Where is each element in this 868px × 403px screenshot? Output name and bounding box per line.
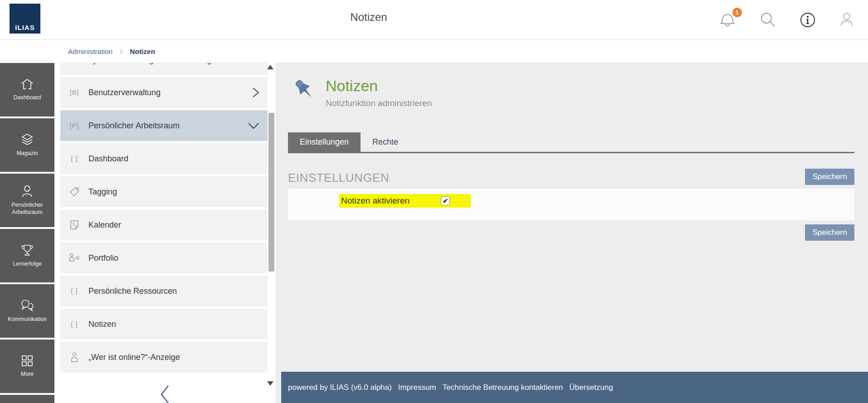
sidebar-item-persoenliche-ressourcen[interactable]: [ ] Persönliche Ressourcen bbox=[60, 276, 268, 306]
info-icon bbox=[800, 12, 815, 28]
sidebar-item-kalender[interactable]: 5 Kalender bbox=[60, 209, 268, 240]
save-button-bottom[interactable]: Speichern bbox=[805, 224, 854, 241]
user-icon bbox=[838, 11, 855, 29]
sidebar-item-persoenlicher-arbeitsraum[interactable]: [P] Persönlicher Arbeitsraum bbox=[60, 110, 268, 141]
rail-item-label: Lernerfolge bbox=[5, 261, 50, 268]
bracket-b-icon: [B] bbox=[67, 89, 82, 96]
notification-badge: 1 bbox=[732, 8, 742, 17]
page-title: Notizen bbox=[326, 77, 854, 95]
sidebar-item-label: Notizen bbox=[88, 320, 116, 329]
ilias-logo[interactable]: ILIAS bbox=[10, 4, 40, 34]
sidebar-item-label: Tagging bbox=[88, 187, 117, 197]
sidebar-item-label: Persönlicher Arbeitsraum bbox=[88, 121, 180, 131]
bracket-empty-icon: [ ] bbox=[67, 320, 82, 328]
powered-by-text: powered by ILIAS (v6.0 alpha) bbox=[288, 383, 392, 392]
breadcrumb-administration[interactable]: Administration bbox=[68, 48, 112, 56]
rail-item-kommunikation[interactable]: Kommunikation bbox=[0, 284, 54, 338]
top-header: ILIAS Notizen 1 bbox=[0, 0, 868, 40]
page-subtitle: Notizfunktion administrieren bbox=[326, 98, 854, 108]
footer-link-support[interactable]: Technische Betreuung kontaktieren bbox=[443, 383, 563, 392]
user-menu-button[interactable] bbox=[838, 11, 855, 29]
sidebar-item-label: Benutzerverwaltung bbox=[88, 88, 161, 97]
scrollbar-up-arrow[interactable] bbox=[267, 65, 273, 69]
sidebar-item-benutzerverwaltung[interactable]: [B] Benutzerverwaltung bbox=[60, 77, 268, 108]
bracket-empty-icon: [ ] bbox=[67, 155, 82, 162]
rail-item-more[interactable]: More bbox=[0, 340, 54, 393]
rail-item-label: Magazin bbox=[5, 150, 50, 157]
footer-link-uebersetzung[interactable]: Übersetzung bbox=[569, 383, 613, 392]
footer: powered by ILIAS (v6.0 alpha) Impressum … bbox=[281, 372, 868, 403]
ilias-logo-text: ILIAS bbox=[10, 24, 40, 31]
rail-item-persoenlicher-arbeitsraum[interactable]: Persönlicher Arbeitsraum bbox=[0, 174, 54, 227]
grid-icon bbox=[21, 355, 33, 367]
tag-icon bbox=[69, 186, 80, 197]
notes-enabled-checkbox[interactable]: ✔ bbox=[441, 196, 450, 205]
page-title-header: Notizen bbox=[350, 11, 387, 24]
layers-icon bbox=[21, 133, 34, 146]
sidebar-item-label: Persönliche Ressourcen bbox=[88, 286, 177, 296]
rail-filler bbox=[0, 395, 54, 403]
sidebar-item-dashboard[interactable]: [ ] Dashboard bbox=[60, 143, 268, 174]
rail-item-magazin[interactable]: Magazin bbox=[0, 118, 54, 172]
chat-icon bbox=[20, 299, 34, 312]
breadcrumb-separator-icon bbox=[118, 48, 124, 55]
help-button[interactable] bbox=[800, 12, 815, 28]
calendar-day-number: 5 bbox=[73, 222, 76, 227]
rail-item-label: Kommunikation bbox=[5, 316, 50, 323]
sidebar-item-wer-ist-online[interactable]: „Wer ist online?“-Anzeige bbox=[60, 342, 268, 373]
sidebar-item-portfolio[interactable]: Portfolio bbox=[60, 243, 268, 273]
sidebar-item-label: Systemeinstellungen und Wartung bbox=[88, 63, 212, 65]
sidebar-item-cutoff[interactable]: Systemeinstellungen und Wartung bbox=[60, 63, 268, 75]
save-button-top[interactable]: Speichern bbox=[805, 169, 854, 185]
sidebar-item-label: „Wer ist online?“-Anzeige bbox=[88, 353, 180, 362]
calendar-icon: 5 bbox=[69, 219, 79, 230]
main-nav-rail: Dashboard Magazin Persönlicher Arbeitsra… bbox=[0, 63, 54, 403]
settings-form: Notizen aktivieren ✔ bbox=[288, 189, 854, 220]
person-small-icon bbox=[70, 352, 79, 363]
notes-setting-row: Notizen aktivieren ✔ bbox=[339, 194, 471, 208]
sidebar-collapse-button[interactable] bbox=[157, 384, 173, 403]
pushpin-icon bbox=[292, 77, 318, 104]
person-icon bbox=[21, 185, 33, 198]
rail-item-dashboard[interactable]: Dashboard bbox=[0, 63, 54, 117]
breadcrumb: Administration Notizen bbox=[0, 40, 868, 63]
sidebar-item-tagging[interactable]: Tagging bbox=[60, 176, 268, 207]
sidebar-item-notizen[interactable]: [ ] Notizen bbox=[60, 309, 268, 340]
main-content: Notizen Notizfunktion administrieren Ein… bbox=[276, 63, 868, 403]
portfolio-icon bbox=[68, 253, 80, 263]
footer-link-impressum[interactable]: Impressum bbox=[398, 383, 436, 392]
rail-item-label: Persönlicher Arbeitsraum bbox=[5, 202, 50, 216]
chevron-right-icon bbox=[251, 86, 260, 99]
tab-bar: Einstellungen Rechte bbox=[288, 132, 854, 153]
bracket-p-icon: [P] bbox=[67, 122, 82, 129]
chevron-left-icon bbox=[157, 384, 173, 403]
chevron-down-icon bbox=[247, 121, 260, 130]
sidebar-item-label: Portfolio bbox=[88, 253, 118, 263]
search-button[interactable] bbox=[759, 11, 777, 29]
rail-item-label: More bbox=[5, 371, 50, 378]
admin-sidebar: Systemeinstellungen und Wartung [B] Benu… bbox=[54, 63, 276, 403]
bracket-empty-icon: [ ] bbox=[67, 287, 82, 295]
search-icon bbox=[759, 11, 777, 29]
scrollbar-thumb[interactable] bbox=[268, 113, 274, 272]
tab-rechte[interactable]: Rechte bbox=[361, 132, 410, 152]
scrollbar-down-arrow[interactable] bbox=[267, 381, 273, 386]
breadcrumb-current: Notizen bbox=[130, 48, 155, 56]
notifications-button[interactable]: 1 bbox=[718, 10, 736, 29]
sidebar-item-label: Kalender bbox=[88, 220, 121, 230]
home-icon bbox=[21, 78, 34, 90]
sidebar-item-label: Dashboard bbox=[88, 154, 128, 164]
tab-einstellungen[interactable]: Einstellungen bbox=[288, 132, 361, 152]
rail-item-lernerfolge[interactable]: Lernerfolge bbox=[0, 229, 54, 282]
notes-setting-label: Notizen aktivieren bbox=[341, 196, 410, 206]
section-heading: EINSTELLUNGEN bbox=[288, 171, 389, 185]
trophy-icon bbox=[21, 244, 34, 257]
rail-item-label: Dashboard bbox=[5, 94, 50, 102]
